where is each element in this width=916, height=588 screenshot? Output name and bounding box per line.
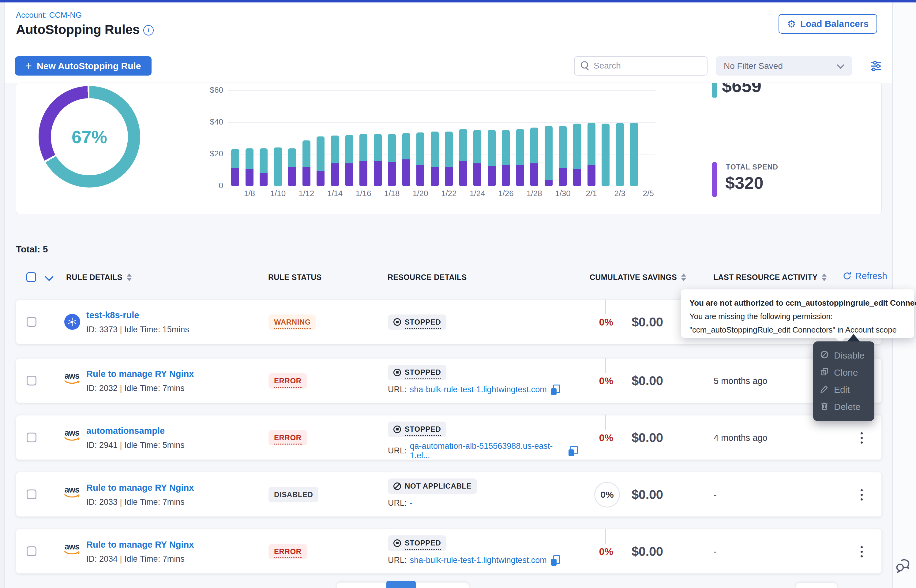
sort-icon[interactable] — [822, 273, 827, 281]
menu-item-label: Clone — [834, 367, 858, 378]
chevron-down-icon[interactable] — [45, 272, 54, 281]
row-checkbox[interactable] — [27, 433, 36, 443]
cumulative-savings-amount: $0.00 — [631, 415, 663, 460]
autostopping-rules-page: Account: CCM-NG AutoStopping Rules i ⚙ L… — [0, 0, 916, 588]
last-resource-activity: 4 months ago — [714, 415, 767, 460]
permission-tooltip: You are not authorized to ccm_autostoppi… — [681, 289, 914, 338]
copy-icon[interactable] — [551, 555, 560, 566]
resource-url-link[interactable]: sha-bulk-rule-test-1.lightwingtest.com — [410, 385, 547, 394]
bar-slot: 1/18 — [385, 90, 399, 186]
pagination-active-page[interactable] — [386, 581, 416, 588]
stopped-icon — [393, 369, 401, 376]
new-autostopping-rule-button[interactable]: + New AutoStopping Rule — [15, 56, 152, 76]
account-breadcrumb[interactable]: Account: CCM-NG — [16, 10, 82, 20]
bar-slot: 1/12 — [299, 90, 314, 186]
gridline-0 — [228, 186, 655, 186]
copy-icon[interactable] — [551, 384, 560, 395]
total-count: Total: 5 — [16, 244, 48, 255]
rule-name-link[interactable]: test-k8s-rule — [86, 310, 139, 320]
cumulative-savings-amount: $0.00 — [631, 472, 663, 517]
not-applicable-icon — [393, 483, 401, 490]
bar-slot: 1/24 — [470, 90, 485, 186]
rule-status-cell: ERROR — [269, 415, 366, 460]
search-input[interactable] — [593, 58, 701, 73]
aws-icon: aws — [62, 429, 82, 442]
rule-name-link[interactable]: automationsample — [86, 426, 165, 436]
row-menu-kebab-icon[interactable] — [858, 529, 866, 574]
column-rule-details[interactable]: RULE DETAILS — [66, 273, 132, 282]
row-checkbox[interactable] — [27, 489, 36, 499]
column-cumulative-savings[interactable]: CUMULATIVE SAVINGS — [590, 273, 686, 282]
rule-name-link[interactable]: Rule to manage RY Nginx — [86, 483, 194, 493]
bar-slot — [485, 90, 499, 186]
x-axis-tick: 2/1 — [578, 189, 605, 198]
header-divider — [4, 48, 892, 48]
resource-url: URL:- — [388, 498, 413, 508]
kubernetes-icon — [64, 314, 80, 330]
refresh-button[interactable]: Refresh — [840, 270, 889, 281]
stacked-bar-1/9 — [260, 149, 267, 186]
rule-name-link[interactable]: Rule to manage RY Nginx — [86, 540, 194, 550]
bar-slot: 1/26 — [499, 90, 513, 186]
page-size-select[interactable] — [796, 583, 837, 588]
resource-url-link[interactable]: qa-automation-alb-515563988.us-east-1.el… — [410, 441, 564, 460]
resource-url: URL:sha-bulk-rule-test-1.lightwingtest.c… — [388, 384, 560, 395]
menu-item-clone[interactable]: Clone — [813, 364, 874, 381]
x-axis-tick: 1/10 — [265, 189, 291, 198]
select-all-checkbox[interactable] — [26, 272, 36, 282]
row-checkbox[interactable] — [27, 317, 36, 327]
menu-item-disable[interactable]: Disable — [813, 347, 874, 364]
savings-percent: 0% — [599, 317, 613, 328]
bar-slot — [570, 90, 584, 186]
stacked-bar-1/26 — [502, 130, 510, 186]
resource-state-badge: STOPPED — [388, 365, 447, 380]
x-axis-tick: 1/24 — [464, 189, 491, 198]
row-menu-kebab-icon[interactable] — [858, 472, 866, 517]
rule-status-cell: DISABLED — [269, 472, 366, 517]
bar-slot — [599, 90, 613, 186]
filter-panel-icon[interactable] — [869, 59, 884, 73]
saved-filter-select[interactable]: No Filter Saved — [716, 56, 852, 76]
resource-state-badge: STOPPED — [388, 315, 447, 330]
savings-spark-tick — [605, 529, 606, 544]
rule-status-cell: ERROR — [269, 529, 366, 574]
bar-slot: 1/16 — [356, 90, 371, 186]
resource-url-link[interactable]: - — [410, 498, 413, 508]
load-balancers-button[interactable]: ⚙ Load Balancers — [778, 14, 877, 34]
bar-slot: 1/10 — [271, 90, 285, 186]
row-menu-kebab-icon[interactable] — [858, 415, 866, 460]
page-title: AutoStopping Rules — [16, 22, 139, 37]
menu-item-delete[interactable]: Delete — [813, 398, 874, 415]
spend-savings-bar-chart: 1/81/101/121/141/161/181/201/221/241/261… — [228, 90, 655, 186]
status-badge: ERROR — [269, 430, 307, 446]
column-rule-status: RULE STATUS — [268, 273, 322, 282]
resource-url-link[interactable]: sha-bulk-rule-test-1.lightwingtest.com — [410, 556, 547, 565]
clone-icon — [820, 367, 829, 378]
menu-item-edit[interactable]: Edit — [813, 381, 874, 398]
sort-icon[interactable] — [681, 273, 686, 281]
bar-slot: 1/28 — [527, 90, 542, 186]
bar-slot: 1/14 — [328, 90, 342, 186]
tooltip-line: You are missing the following permission… — [689, 310, 906, 323]
chevron-down-icon — [837, 61, 844, 68]
resource-state-badge: NOT APPLICABLE — [388, 478, 477, 494]
left-edge-strip — [0, 2, 5, 588]
savings-total-value: $659 — [722, 82, 761, 96]
stacked-bar-1/8 — [246, 149, 254, 186]
sort-icon[interactable] — [127, 273, 132, 281]
x-axis-tick: 1/12 — [293, 189, 320, 198]
search-box — [574, 56, 707, 76]
row-checkbox[interactable] — [27, 546, 36, 556]
rule-name-link[interactable]: Rule to manage RY Nginx — [86, 369, 194, 379]
savings-legend-swatch — [712, 82, 717, 98]
x-axis-tick: 1/28 — [521, 189, 548, 198]
column-last-resource-activity[interactable]: LAST RESOURCE ACTIVITY — [713, 273, 827, 282]
chat-help-icon[interactable] — [895, 557, 912, 575]
savings-donut-chart: 67% — [39, 86, 140, 187]
info-icon[interactable]: i — [143, 25, 154, 36]
stopped-icon — [393, 426, 401, 433]
row-checkbox[interactable] — [27, 376, 36, 386]
aws-icon: aws — [62, 372, 82, 385]
cumulative-savings-amount: $0.00 — [631, 359, 663, 403]
stacked-bar-1/19 — [402, 133, 410, 186]
